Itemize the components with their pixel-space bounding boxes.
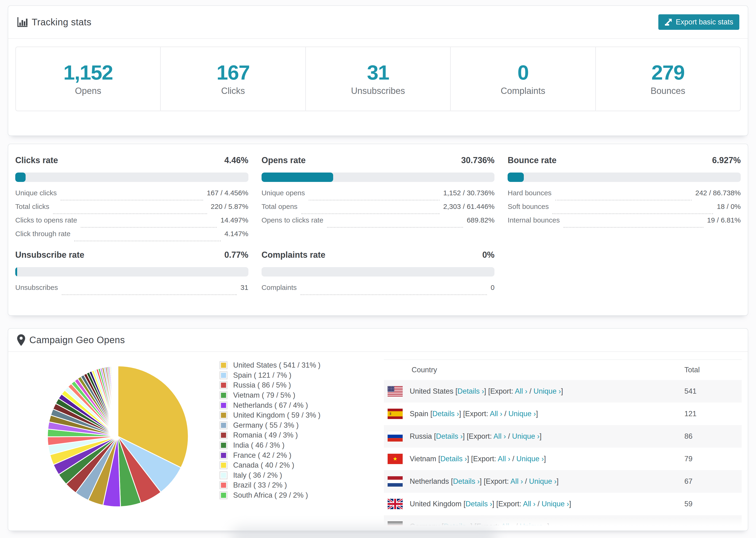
progress-bar: [261, 173, 495, 182]
rate-detail-value: 167 / 4.456%: [207, 189, 248, 197]
export-unique-link[interactable]: Unique ›: [533, 387, 561, 395]
rate-value: 0%: [482, 250, 495, 260]
details-link[interactable]: Details ›: [465, 500, 492, 508]
legend-label: Spain ( 121 / 7% ): [233, 371, 291, 380]
export-label: Export:: [498, 500, 521, 508]
export-unique-link[interactable]: Unique ›: [512, 432, 540, 440]
export-all-link[interactable]: All ›: [523, 500, 536, 508]
geo-title: Campaign Geo Opens: [29, 335, 125, 345]
rate-detail-value: 0: [491, 284, 495, 292]
export-label: Export:: [490, 387, 513, 395]
details-link[interactable]: Details ›: [432, 409, 459, 418]
rate-detail-label: Internal bounces: [508, 216, 560, 224]
dotted-leader: [61, 200, 203, 200]
bottom-blur-overlay: [231, 527, 497, 538]
dotted-leader: [327, 227, 463, 228]
pie-legend: United States ( 541 / 31% ) Spain ( 121 …: [220, 360, 320, 500]
rate-value: 6.927%: [712, 155, 741, 165]
rate-value: 0.77%: [225, 250, 248, 260]
legend-swatch: [220, 471, 228, 479]
rate-block: Bounce rate 6.927% Hard bounces 242 / 86…: [508, 155, 741, 243]
legend-item: South Africa ( 29 / 2% ): [220, 490, 320, 501]
export-all-link[interactable]: All ›: [501, 522, 513, 530]
rate-detail-row: Click through rate 4.147%: [15, 230, 248, 243]
export-icon: [665, 18, 673, 26]
rate-value: 30.736%: [461, 155, 495, 165]
export-basic-stats-button[interactable]: Export basic stats: [658, 14, 739, 30]
details-link[interactable]: Details ›: [436, 432, 463, 440]
page-title: Tracking stats: [32, 17, 91, 27]
stat-label: Opens: [75, 86, 101, 96]
table-header-row: Country Total: [384, 360, 742, 380]
details-link[interactable]: Details ›: [458, 387, 484, 395]
legend-label: Canada ( 40 / 2% ): [233, 461, 294, 469]
map-pin-icon: [17, 334, 26, 346]
summary-stats-box: 1,152 Opens 167 Clicks 31 Unsubscribes 0…: [15, 46, 741, 111]
details-link[interactable]: Details ›: [453, 477, 480, 485]
export-all-link[interactable]: All ›: [490, 409, 502, 418]
export-unique-link[interactable]: Unique ›: [516, 455, 544, 463]
stat-value: 1,152: [63, 62, 113, 83]
campaign-geo-opens-card: Campaign Geo Opens United States ( 541 /…: [8, 328, 748, 531]
geo-header: Campaign Geo Opens: [8, 329, 748, 352]
legend-swatch: [220, 361, 228, 369]
export-all-link[interactable]: All ›: [498, 455, 510, 463]
export-unique-link[interactable]: Unique ›: [508, 409, 536, 418]
legend-label: France ( 42 / 2% ): [233, 451, 291, 459]
rate-detail-row: Total clicks 220 / 5.87%: [15, 202, 248, 216]
ru-flag-icon: [388, 431, 403, 442]
vn-flag-icon: [388, 454, 403, 464]
table-row: Spain [Details ›] [Export: All › / Uniqu…: [384, 403, 742, 425]
details-link[interactable]: Details ›: [440, 455, 467, 463]
progress-bar: [261, 267, 495, 277]
stat-cell: 31 Unsubscribes: [305, 47, 450, 111]
country-total: 121: [684, 409, 697, 418]
legend-item: Canada ( 40 / 2% ): [220, 460, 320, 470]
progress-bar-fill: [15, 173, 26, 182]
stat-value: 167: [216, 62, 249, 83]
export-unique-link[interactable]: Unique ›: [520, 522, 547, 530]
rate-detail-label: Click through rate: [15, 230, 71, 238]
column-header-total: Total: [684, 366, 700, 374]
us-flag-icon: [388, 386, 403, 397]
rates-grid: Clicks rate 4.46% Unique clicks 167 / 4.…: [8, 144, 748, 297]
stat-label: Unsubscribes: [351, 86, 405, 96]
rate-detail-value: 31: [241, 284, 248, 292]
legend-label: Vietnam ( 79 / 5% ): [233, 391, 296, 400]
rate-detail-row: Internal bounces 19 / 6.81%: [508, 216, 741, 230]
legend-swatch: [220, 431, 228, 439]
legend-swatch: [220, 481, 228, 489]
dotted-leader: [81, 227, 217, 228]
es-flag-icon: [388, 409, 403, 419]
export-unique-link[interactable]: Unique ›: [529, 477, 557, 485]
export-all-link[interactable]: All ›: [515, 387, 527, 395]
rate-detail-label: Unsubscribes: [15, 284, 58, 292]
legend-swatch: [220, 402, 228, 409]
legend-label: India ( 46 / 3% ): [233, 441, 285, 450]
column-header-country: Country: [411, 366, 437, 374]
export-label: Export:: [486, 477, 509, 485]
legend-item: Vietnam ( 79 / 5% ): [220, 390, 320, 401]
stat-label: Clicks: [221, 86, 245, 96]
rate-detail-value: 4.147%: [225, 230, 248, 238]
rate-detail-label: Total clicks: [15, 202, 49, 211]
legend-label: United Kingdom ( 59 / 3% ): [233, 411, 320, 419]
export-unique-link[interactable]: Unique ›: [542, 500, 569, 508]
export-all-link[interactable]: All ›: [511, 477, 523, 485]
rate-detail-row: Opens to clicks rate 689.82%: [261, 216, 495, 230]
rate-title: Clicks rate: [15, 155, 58, 165]
export-all-link[interactable]: All ›: [494, 432, 506, 440]
country-name: United Kingdom: [410, 500, 461, 508]
progress-bar: [15, 267, 248, 277]
stat-value: 0: [517, 62, 528, 83]
country-name: Russia: [410, 432, 432, 440]
legend-label: Netherlands ( 67 / 4% ): [233, 401, 308, 409]
rate-detail-row: Unique clicks 167 / 4.456%: [15, 189, 248, 202]
rate-detail-value: 18 / 0%: [717, 202, 741, 211]
bar-chart-icon: [17, 17, 28, 28]
gb-flag-icon: [388, 499, 403, 509]
geo-opens-pie-chart: [36, 354, 200, 518]
table-row: Netherlands [Details ›] [Export: All › /…: [384, 470, 742, 493]
legend-label: Italy ( 36 / 2% ): [233, 471, 282, 480]
table-row: United States [Details ›] [Export: All ›…: [384, 380, 742, 403]
